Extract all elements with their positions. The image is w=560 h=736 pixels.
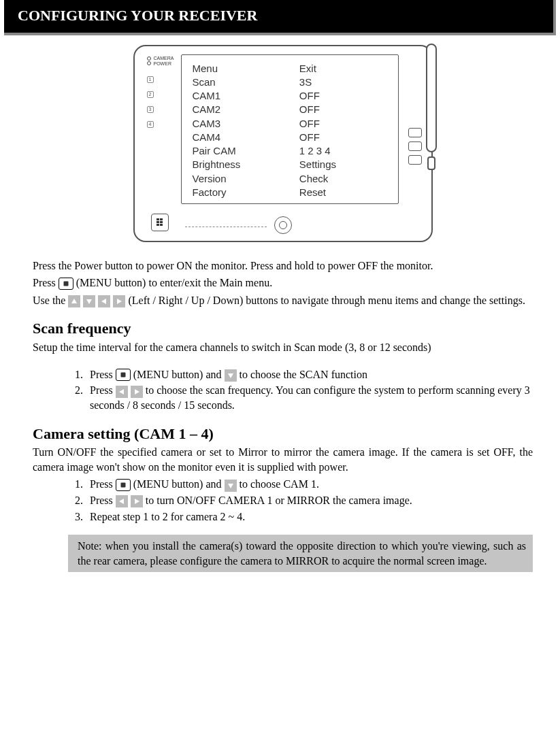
side-button <box>408 155 422 165</box>
scan-desc: Setup the time interval for the camera c… <box>33 340 533 355</box>
antenna-illustration <box>426 44 437 152</box>
right-icon <box>131 386 143 398</box>
svg-marker-8 <box>119 499 124 504</box>
menu-icon <box>116 369 131 381</box>
scan-step-2: Press to choose the scan frequency. You … <box>86 383 533 412</box>
menu-button-illustration <box>151 214 169 231</box>
svg-marker-4 <box>228 373 233 378</box>
svg-marker-7 <box>228 484 233 488</box>
device-illustration: CAMERA POWER 1 2 3 4 <box>33 45 533 242</box>
page-title: CONFIGURING YOUR RECEIVER <box>4 0 556 35</box>
right-icon <box>113 295 125 307</box>
scan-steps: Press (MENU button) and to choose the SC… <box>33 367 533 413</box>
device-screen: MenuExit Scan3S CAM1OFF CAM2OFF CAM3OFF … <box>181 54 399 204</box>
down-icon <box>225 369 237 382</box>
scan-step-1: Press (MENU button) and to choose the SC… <box>86 367 533 382</box>
right-icon <box>131 495 143 507</box>
svg-marker-0 <box>71 299 77 303</box>
cam-step-1: Press (MENU button) and to choose CAM 1. <box>86 477 533 492</box>
svg-marker-2 <box>101 299 106 304</box>
down-icon <box>83 295 95 307</box>
left-icon <box>116 495 128 507</box>
svg-marker-6 <box>135 389 139 395</box>
svg-marker-9 <box>135 499 139 504</box>
intro-p2: Press (MENU button) to enter/exit the Ma… <box>33 275 533 290</box>
side-num: 3 <box>147 106 154 113</box>
cam-heading: Camera setting (CAM 1 – 4) <box>33 424 533 444</box>
svg-marker-3 <box>117 299 122 304</box>
up-icon <box>68 295 80 307</box>
note-box: Note: when you install the camera(s) tow… <box>68 535 533 572</box>
menu-icon <box>59 278 73 290</box>
cam-steps: Press (MENU button) and to choose CAM 1.… <box>33 477 533 524</box>
intro-p1: Press the Power button to power ON the m… <box>33 258 533 273</box>
intro-p3: Use the (Left / Right / Up / Down) butto… <box>33 293 533 308</box>
label-power: POWER <box>154 61 174 66</box>
cam-step-2: Press to turn ON/OFF CAMERA 1 or MIRROR … <box>86 493 533 508</box>
cam-desc: Turn ON/OFF the specified camera or set … <box>33 445 533 474</box>
menu-icon <box>116 479 131 491</box>
label-camera: CAMERA <box>154 56 174 61</box>
down-icon <box>225 480 237 492</box>
side-num: 2 <box>147 91 154 98</box>
left-icon <box>98 295 110 307</box>
side-num: 4 <box>147 121 154 128</box>
svg-marker-1 <box>86 299 92 304</box>
svg-marker-5 <box>119 389 124 395</box>
left-icon <box>116 386 128 398</box>
side-button <box>408 128 422 137</box>
power-button-illustration <box>274 216 292 234</box>
scan-heading: Scan frequency <box>33 318 533 339</box>
side-button <box>408 141 422 151</box>
cam-step-3: Repeat step 1 to 2 for camera 2 ~ 4. <box>86 509 533 524</box>
side-num: 1 <box>147 76 154 83</box>
